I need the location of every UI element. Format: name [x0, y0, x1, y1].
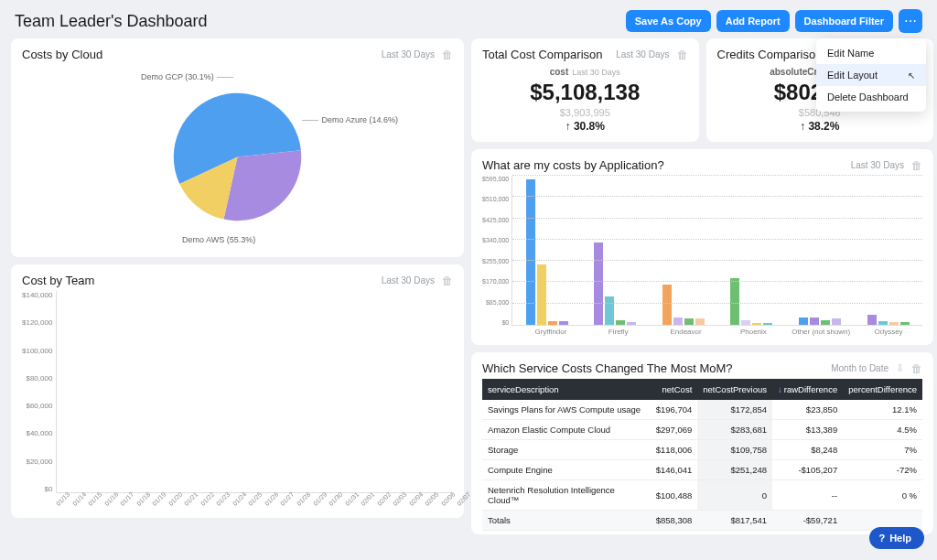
header-actions: Save As Copy Add Report Dashboard Filter… [626, 9, 922, 33]
col-raw[interactable]: ↓rawDifference [772, 379, 843, 400]
pie-label-gcp: Demo GCP (30.1%) [141, 72, 233, 81]
total-cost-sub: cost [550, 67, 569, 77]
mom-card: Which Service Costs Changed The Most MoM… [471, 352, 933, 534]
menu-delete-dashboard[interactable]: Delete Dashboard [816, 86, 926, 108]
cursor-icon: ↖ [908, 70, 915, 81]
credits-delta: ↑ 38.2% [717, 120, 923, 133]
costs-by-app-card: What are my costs by Application? Last 3… [471, 149, 933, 345]
costs-by-app-title: What are my costs by Application? [482, 158, 664, 172]
credits-title: Credits Comparison [717, 48, 823, 61]
trash-icon[interactable]: 🗑 [442, 48, 453, 61]
costs-by-cloud-title: Costs by Cloud [22, 48, 102, 61]
table-row[interactable]: Storage$118,006$109,758$8,2487% [482, 440, 922, 460]
total-cost-prev: $3,903,995 [482, 107, 688, 118]
total-cost-range: Last 30 Days [616, 49, 669, 59]
help-button[interactable]: ? Help [869, 527, 924, 549]
trash-icon[interactable]: 🗑 [911, 362, 922, 375]
total-cost-title: Total Cost Comparison [482, 48, 603, 61]
dashboard-filter-button[interactable]: Dashboard Filter [795, 10, 893, 32]
menu-edit-layout[interactable]: Edit Layout ↖ [816, 64, 926, 86]
table-row[interactable]: Savings Plans for AWS Compute usage$196,… [482, 400, 922, 420]
total-cost-subrange: Last 30 Days [572, 68, 620, 77]
col-netcost[interactable]: netCost [651, 379, 698, 400]
pie-chart [167, 86, 308, 228]
help-icon: ? [878, 533, 885, 544]
trash-icon[interactable]: 🗑 [911, 159, 922, 172]
mom-table: serviceDescription netCost netCostPrevio… [482, 379, 922, 531]
total-cost-value: $5,108,138 [482, 80, 688, 105]
sort-down-icon: ↓ [778, 384, 782, 394]
total-cost-delta: ↑ 30.8% [482, 120, 688, 133]
more-menu-button[interactable]: ⋯ [899, 9, 922, 33]
pie-label-aws: Demo AWS (55.3%) [182, 235, 255, 244]
costs-by-cloud-range: Last 30 Days [382, 49, 435, 59]
cost-by-team-card: Cost by Team Last 30 Days 🗑 $140,000$120… [11, 264, 464, 518]
col-pct[interactable]: percentDifference [843, 379, 922, 400]
help-label: Help [889, 533, 911, 544]
cost-by-team-title: Cost by Team [22, 274, 94, 287]
menu-edit-layout-label: Edit Layout [827, 70, 878, 81]
app-bar-chart: $595,000$510,000$425,000$340,000$255,000… [482, 176, 922, 336]
col-service[interactable]: serviceDescription [482, 379, 651, 400]
table-row[interactable]: Netenrich Resolution Intelligence Cloud™… [482, 480, 922, 511]
mom-range: Month to Date [831, 363, 889, 373]
menu-edit-name[interactable]: Edit Name [816, 42, 926, 64]
page-title: Team Leader's Dashboard [15, 12, 208, 31]
add-report-button[interactable]: Add Report [716, 10, 790, 32]
table-row[interactable]: Compute Engine$146,041$251,248-$105,207-… [482, 460, 922, 480]
col-prev[interactable]: netCostPrevious [697, 379, 772, 400]
pie-label-azure: Demo Azure (14.6%) [302, 115, 398, 124]
more-dropdown: Edit Name Edit Layout ↖ Delete Dashboard [816, 38, 926, 112]
mom-title: Which Service Costs Changed The Most MoM… [482, 361, 733, 375]
team-stacked-chart: $140,000$120,000$100,000$80,000$60,000$4… [22, 291, 453, 509]
trash-icon[interactable]: 🗑 [677, 48, 688, 61]
table-totals: Totals$858,308$817,541-$59,721 [482, 511, 922, 531]
download-icon[interactable]: ⇩ [896, 362, 904, 374]
trash-icon[interactable]: 🗑 [442, 275, 453, 287]
costs-by-cloud-card: Costs by Cloud Last 30 Days 🗑 Demo GCP (… [11, 38, 464, 257]
cost-by-team-range: Last 30 Days [382, 275, 435, 285]
save-as-copy-button[interactable]: Save As Copy [626, 10, 711, 32]
table-row[interactable]: Amazon Elastic Compute Cloud$297,069$283… [482, 420, 922, 440]
costs-by-app-range: Last 30 Days [851, 160, 904, 170]
total-cost-card: Total Cost Comparison Last 30 Days 🗑 cos… [471, 38, 699, 142]
